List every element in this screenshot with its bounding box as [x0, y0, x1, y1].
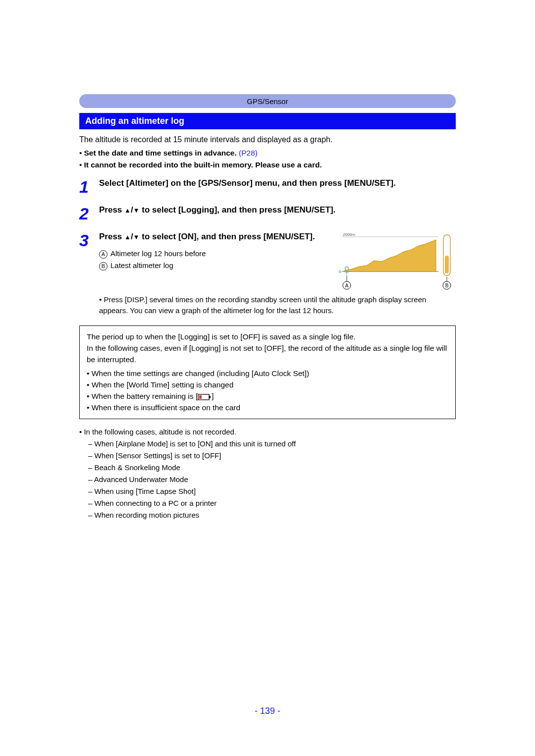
- legend-b: BLatest altimeter log: [99, 260, 323, 271]
- altimeter-graph-svg: 2000m 0: [332, 231, 456, 290]
- legend-list: AAltimeter log 12 hours before BLatest a…: [99, 248, 323, 271]
- step-1-title: Select [Altimeter] on the [GPS/Sensor] m…: [99, 177, 456, 189]
- bottom-item: – When recording motion pictures: [79, 509, 456, 521]
- note-p1: The period up to when the [Logging] is s…: [87, 331, 448, 342]
- prereq-text-1: Set the date and time settings in advanc…: [84, 149, 239, 157]
- graph-ylabel: 2000m: [343, 232, 355, 237]
- step-1: 1 Select [Altimeter] on the [GPS/Sensor]…: [79, 177, 456, 195]
- prereq-text-2: It cannot be recorded into the built-in …: [84, 161, 321, 169]
- marker-b-icon: B: [99, 262, 107, 270]
- step-3: 3 Press / to select [ON], and then press…: [79, 231, 456, 317]
- bottom-item: – When using [Time Lapse Shot]: [79, 486, 456, 497]
- graph-marker-a: A: [345, 282, 349, 288]
- svg-point-4: [345, 267, 349, 270]
- down-arrow-icon: [133, 232, 140, 241]
- marker-a-icon: A: [99, 250, 107, 259]
- svg-rect-15: [199, 395, 202, 399]
- step-3-title: Press / to select [ON], and then press […: [99, 231, 323, 243]
- altimeter-graph: 2000m 0: [332, 231, 456, 290]
- step-2-title: Press / to select [Logging], and then pr…: [99, 204, 456, 216]
- manual-page: GPS/Sensor Adding an altimeter log The a…: [0, 0, 535, 756]
- up-arrow-icon: [124, 232, 131, 241]
- note-bullet: • When the battery remaining is []: [87, 390, 448, 402]
- bottom-item: – When [Sensor Settings] is set to [OFF]: [79, 450, 456, 462]
- note-p2: In the following cases, even if [Logging…: [87, 342, 448, 366]
- legend-a: AAltimeter log 12 hours before: [99, 248, 323, 260]
- section-title: Adding an altimeter log: [79, 113, 456, 129]
- note-box: The period up to when the [Logging] is s…: [79, 325, 456, 419]
- steps-list: 1 Select [Altimeter] on the [GPS/Sensor]…: [79, 177, 456, 317]
- page-number: - 139 -: [0, 706, 535, 716]
- step-number: 3: [79, 232, 99, 249]
- prereq-line-1: Set the date and time settings in advanc…: [79, 147, 456, 159]
- bottom-item: – When connecting to a PC or a printer: [79, 497, 456, 509]
- disp-note: • Press [DISP.] several times on the rec…: [99, 294, 456, 317]
- bottom-item: – Advanced Underwater Mode: [79, 474, 456, 486]
- breadcrumb: GPS/Sensor: [79, 94, 456, 108]
- svg-text:0: 0: [339, 270, 341, 274]
- bottom-item: – When [Airplane Mode] is set to [ON] an…: [79, 438, 456, 450]
- up-arrow-icon: [124, 205, 131, 215]
- battery-icon: [198, 394, 212, 400]
- bottom-notes: • In the following cases, altitude is no…: [79, 426, 456, 521]
- svg-rect-8: [445, 256, 449, 273]
- bottom-lead: • In the following cases, altitude is no…: [79, 426, 456, 438]
- svg-rect-14: [209, 396, 211, 398]
- step-number: 1: [79, 178, 99, 195]
- intro-text: The altitude is recorded at 15 minute in…: [79, 134, 456, 145]
- breadcrumb-label: GPS/Sensor: [247, 97, 288, 106]
- down-arrow-icon: [133, 205, 140, 215]
- page-link[interactable]: (P28): [239, 149, 258, 157]
- prereq-line-2: It cannot be recorded into the built-in …: [79, 159, 456, 170]
- step-number: 2: [79, 205, 99, 222]
- note-bullet: • When the time settings are changed (in…: [87, 368, 448, 379]
- note-bullet: • When there is insufficient space on th…: [87, 402, 448, 413]
- bottom-item: – Beach & Snorkeling Mode: [79, 462, 456, 474]
- note-bullet: • When the [World Time] setting is chang…: [87, 379, 448, 390]
- step-2: 2 Press / to select [Logging], and then …: [79, 204, 456, 222]
- graph-marker-b: B: [445, 282, 449, 288]
